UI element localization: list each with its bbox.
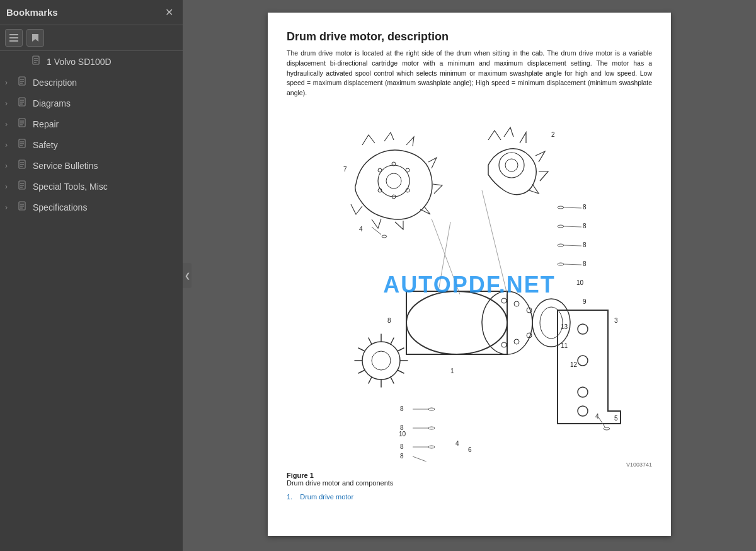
bookmark-list: 1 Volvo SD100D › Description › xyxy=(0,51,183,551)
svg-point-74 xyxy=(501,298,507,303)
svg-text:7: 7 xyxy=(343,166,347,173)
chevron-diagrams: › xyxy=(5,99,14,108)
svg-line-48 xyxy=(372,227,381,235)
figure-caption: Figure 1 Drum drive motor and components xyxy=(287,472,652,487)
sidebar-item-repair[interactable]: › Repair xyxy=(0,113,183,134)
sidebar-item-label-special-tools: Special Tools, Misc xyxy=(33,182,176,192)
svg-point-41 xyxy=(406,168,410,172)
svg-text:2: 2 xyxy=(551,131,555,138)
svg-point-49 xyxy=(382,235,387,238)
svg-point-85 xyxy=(604,427,610,430)
svg-text:6: 6 xyxy=(468,446,472,453)
svg-point-89 xyxy=(362,342,400,380)
svg-point-68 xyxy=(540,307,563,339)
sidebar-title: Bookmarks xyxy=(6,7,58,18)
sidebar: Bookmarks ✕ xyxy=(0,0,183,551)
bookmark-doc-icon-safety xyxy=(18,139,29,151)
svg-point-80 xyxy=(578,324,588,334)
svg-text:10: 10 xyxy=(399,431,406,438)
bookmark-doc-icon-repair xyxy=(18,118,29,130)
svg-line-106 xyxy=(482,190,507,294)
sidebar-item-service-bulletins[interactable]: › Service Bulletins xyxy=(0,155,183,176)
svg-text:13: 13 xyxy=(561,323,568,330)
sidebar-item-volvo[interactable]: 1 Volvo SD100D xyxy=(0,51,183,72)
chevron-specifications: › xyxy=(5,203,14,212)
chevron-repair: › xyxy=(5,120,14,129)
collapse-sidebar-button[interactable]: ❮ xyxy=(183,263,192,288)
svg-line-107 xyxy=(438,222,450,294)
figure-reference: V1003741 xyxy=(287,461,652,468)
svg-point-83 xyxy=(578,406,588,416)
svg-line-84 xyxy=(598,417,605,427)
svg-text:8: 8 xyxy=(400,405,404,412)
svg-point-67 xyxy=(532,299,570,347)
list-view-icon[interactable] xyxy=(5,29,23,47)
svg-point-82 xyxy=(578,387,588,397)
svg-point-39 xyxy=(386,173,401,188)
svg-rect-2 xyxy=(9,40,18,42)
svg-point-64 xyxy=(406,291,507,354)
svg-text:3: 3 xyxy=(614,317,618,324)
svg-line-60 xyxy=(564,264,581,265)
sidebar-item-label-volvo: 1 Volvo SD100D xyxy=(47,57,176,67)
svg-text:1: 1 xyxy=(450,368,454,374)
sidebar-item-special-tools[interactable]: › Special Tools, Misc xyxy=(0,176,183,197)
main-content: Drum drive motor, description The drum d… xyxy=(183,0,756,551)
svg-text:9: 9 xyxy=(583,298,587,305)
document-body: The drum drive motor is located at the r… xyxy=(287,49,652,98)
svg-text:5: 5 xyxy=(614,415,618,422)
svg-point-99 xyxy=(428,446,435,448)
bookmark-icon[interactable] xyxy=(26,29,44,47)
svg-text:8: 8 xyxy=(583,260,587,267)
svg-text:11: 11 xyxy=(561,342,568,349)
sidebar-item-specifications[interactable]: › Specifications xyxy=(0,197,183,218)
sidebar-item-description[interactable]: › Description xyxy=(0,72,183,93)
svg-point-52 xyxy=(558,206,564,209)
svg-text:8: 8 xyxy=(583,223,587,229)
svg-text:8: 8 xyxy=(583,204,587,211)
figure-caption-text: Drum drive motor and components xyxy=(287,479,393,487)
svg-text:4: 4 xyxy=(595,413,599,420)
bookmark-doc-icon-description xyxy=(18,76,29,88)
svg-text:10: 10 xyxy=(576,279,584,286)
svg-text:12: 12 xyxy=(570,361,578,368)
svg-text:8: 8 xyxy=(583,241,587,248)
document-title: Drum drive motor, description xyxy=(287,30,652,44)
chevron-safety: › xyxy=(5,141,14,149)
bookmark-doc-icon xyxy=(32,55,43,67)
bookmark-doc-icon-diagrams xyxy=(18,97,29,109)
sidebar-item-label-description: Description xyxy=(33,78,176,88)
sidebar-item-label-repair: Repair xyxy=(33,119,176,129)
bookmark-doc-icon-special-tools xyxy=(18,180,29,192)
chevron-service-bulletins: › xyxy=(5,161,14,170)
svg-point-72 xyxy=(514,339,519,344)
figure-list-number: 1. xyxy=(287,493,292,501)
svg-point-55 xyxy=(558,225,564,228)
svg-point-90 xyxy=(372,351,391,370)
figure-list-item: 1. Drum drive motor xyxy=(287,492,652,502)
sidebar-item-diagrams[interactable]: › Diagrams xyxy=(0,93,183,113)
svg-point-35 xyxy=(499,153,524,178)
bookmark-doc-icon-specifications xyxy=(18,201,29,213)
svg-line-57 xyxy=(564,245,581,246)
svg-line-51 xyxy=(564,207,581,208)
svg-text:8: 8 xyxy=(400,453,404,460)
sidebar-item-label-specifications: Specifications xyxy=(33,202,176,212)
svg-rect-1 xyxy=(9,37,18,38)
svg-line-101 xyxy=(413,456,435,461)
bookmark-doc-icon-service-bulletins xyxy=(18,160,29,171)
svg-line-54 xyxy=(564,226,581,227)
svg-text:8: 8 xyxy=(387,317,391,324)
svg-point-38 xyxy=(378,165,410,197)
svg-point-69 xyxy=(514,301,519,306)
sidebar-item-safety[interactable]: › Safety xyxy=(0,134,183,155)
figure-list-text: Drum drive motor xyxy=(300,493,353,501)
svg-text:4: 4 xyxy=(455,440,459,447)
sidebar-item-label-safety: Safety xyxy=(33,140,176,150)
svg-point-58 xyxy=(558,244,564,246)
svg-point-61 xyxy=(558,263,564,265)
svg-point-96 xyxy=(428,427,435,429)
close-button[interactable]: ✕ xyxy=(162,5,176,20)
svg-point-45 xyxy=(378,168,382,172)
chevron-special-tools: › xyxy=(5,182,14,191)
